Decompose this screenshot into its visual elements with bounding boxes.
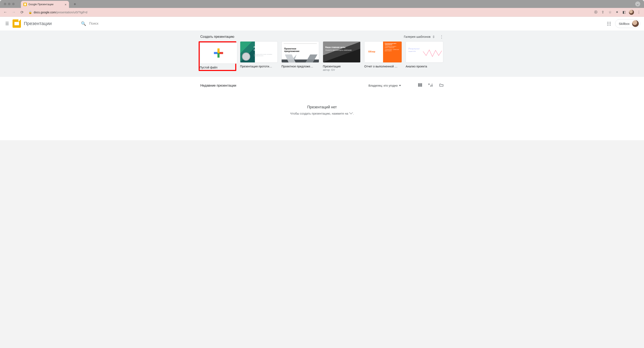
share-icon[interactable]: ⇪ (600, 10, 605, 14)
template-presentation-gv[interactable]: Наша главная цель: Укажите миссию/цель к… (323, 41, 360, 71)
template-proposal[interactable]: Проектное предложение Проектное предложе… (282, 41, 319, 71)
new-tab-button[interactable]: + (72, 1, 78, 7)
templates-heading: Создать презентацию (200, 35, 234, 39)
browser-titlebar: Google Презентации × + ⌄ (0, 0, 644, 8)
list-view-icon[interactable] (418, 83, 422, 88)
profile-avatar-icon[interactable] (629, 10, 634, 15)
account-switcher[interactable]: Skillbox (615, 19, 640, 28)
slides-logo-icon[interactable] (12, 19, 21, 28)
template-analysis[interactable]: Результат продаж XX% Анализ проекта (406, 41, 443, 71)
thumb-title: Презентация прототипов (254, 46, 278, 51)
template-label: Презентация (323, 65, 360, 68)
search-input[interactable] (89, 22, 152, 25)
template-label: Пустой файл (200, 66, 235, 69)
bookmark-icon[interactable]: ☆ (608, 10, 612, 14)
app-header: ☰ Презентации 🔍 Skillbox (0, 17, 644, 30)
account-avatar-icon (632, 20, 639, 27)
svg-text:Z: Z (430, 85, 431, 87)
owner-filter-label: Владелец: кто угодно (368, 84, 398, 87)
url-path: /presentation/u/0/?tgif=d (56, 11, 88, 14)
svg-point-1 (432, 48, 433, 49)
slides-favicon-icon (24, 3, 27, 6)
templates-row: Пустой файл Презентация прототипов Lorem… (199, 41, 445, 71)
templates-section: Создать презентацию Галерея шаблонов ⇳ ⋮ (0, 30, 644, 77)
page: ☰ Презентации 🔍 Skillbox Создать презент… (0, 17, 644, 140)
tabs-overflow-icon[interactable]: ⌄ (635, 1, 640, 6)
template-gallery-toggle[interactable]: Галерея шаблонов ⇳ (404, 35, 435, 39)
toolbar-right: ⦿ ⇪ ☆ ✦ ◧ ⋮ (594, 10, 642, 15)
empty-title: Презентаций нет (199, 105, 445, 109)
templates-header: Создать презентацию Галерея шаблонов ⇳ ⋮ (199, 34, 445, 41)
recent-heading: Недавние презентации (200, 84, 236, 87)
url-host: docs.google.com (34, 11, 56, 14)
window-controls[interactable] (0, 3, 15, 5)
search: 🔍 (81, 21, 605, 26)
template-gallery-label: Галерея шаблонов (404, 35, 430, 38)
recent-section: Недавние презентации Владелец: кто угодн… (0, 77, 644, 140)
account-label: Skillbox (619, 22, 630, 25)
svg-rect-5 (418, 86, 422, 87)
thumb-title-line: предложение (284, 50, 300, 52)
back-button[interactable]: ← (2, 10, 9, 14)
recent-view-controls: AZ (418, 83, 444, 88)
open-picker-icon[interactable] (439, 83, 444, 88)
template-sublabel: автор: GV (323, 68, 360, 71)
empty-hint: Чтобы создать презентацию, нажмите на "+… (199, 112, 445, 115)
thumb-title-line: Проектное (284, 47, 300, 50)
template-label: Проектное предложе… (282, 65, 319, 68)
template-status-report[interactable]: Обзор Планируемая дата завершения • Посл… (364, 41, 402, 71)
header-right: Skillbox (607, 19, 640, 28)
thumb-title: Результат (408, 47, 420, 50)
thumb-title: Наша главная цель: (325, 46, 346, 48)
thumb-title: Обзор (368, 50, 375, 53)
chevron-down-icon (399, 85, 401, 86)
google-apps-icon[interactable] (607, 21, 611, 26)
forward-button[interactable]: → (10, 10, 17, 14)
empty-state: Презентаций нет Чтобы создать презентаци… (199, 105, 445, 115)
lock-icon: 🔒 (28, 11, 32, 14)
svg-point-2 (438, 49, 439, 50)
template-blank[interactable]: Пустой файл (199, 41, 236, 71)
owner-filter[interactable]: Владелец: кто угодно (368, 84, 401, 87)
plus-icon (214, 48, 223, 58)
svg-rect-3 (418, 83, 422, 84)
address-bar[interactable]: 🔒 docs.google.com/presentation/u/0/?tgif… (27, 11, 592, 14)
svg-rect-4 (418, 85, 422, 85)
template-label: Презентация прототи… (240, 65, 278, 68)
sidepanel-icon[interactable]: ◧ (622, 10, 626, 14)
browser-chrome: Google Презентации × + ⌄ ← → ⟳ 🔒 docs.go… (0, 0, 644, 17)
template-label: Отчет о выполненной … (364, 65, 402, 68)
search-icon[interactable]: 🔍 (81, 21, 86, 26)
template-label: Анализ проекта (406, 65, 443, 68)
browser-menu-icon[interactable]: ⋮ (636, 10, 641, 14)
zoom-icon[interactable]: ⦿ (594, 10, 598, 14)
main-menu-button[interactable]: ☰ (4, 20, 10, 27)
maximize-window-icon[interactable] (12, 3, 15, 5)
browser-toolbar: ← → ⟳ 🔒 docs.google.com/presentation/u/0… (0, 8, 644, 17)
chart-lines-icon (423, 44, 442, 61)
template-prototype[interactable]: Презентация прототипов Lorem ipsum dolor… (240, 41, 278, 71)
browser-tab[interactable]: Google Презентации × (21, 1, 69, 8)
thumb-sub: Укажите миссию/цель компании (325, 49, 352, 51)
svg-text:A: A (428, 83, 430, 85)
svg-point-0 (426, 50, 426, 51)
extensions-icon[interactable]: ✦ (615, 10, 619, 14)
minimize-window-icon[interactable] (8, 3, 10, 5)
close-window-icon[interactable] (4, 3, 6, 5)
app-title: Презентации (24, 21, 52, 26)
sort-az-icon[interactable]: AZ (428, 83, 433, 88)
tab-title: Google Презентации (28, 3, 63, 6)
tab-close-icon[interactable]: × (64, 3, 66, 6)
reload-button[interactable]: ⟳ (18, 10, 26, 15)
unfold-icon: ⇳ (432, 35, 435, 39)
templates-more-icon[interactable]: ⋮ (440, 34, 444, 39)
